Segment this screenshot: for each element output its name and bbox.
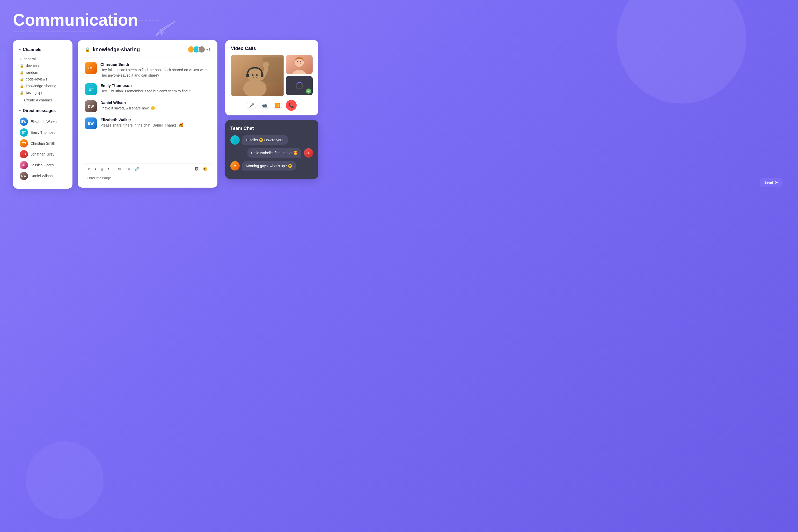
video-controls: 🎤 📹 📶 📞 — [231, 100, 313, 111]
channel-name-dev-chat: dev-chat — [26, 64, 40, 68]
svg-point-10 — [256, 74, 258, 76]
tc-bubble-3: Morning guys, what's up? 😊 — [242, 161, 296, 171]
msg-content-christian-smith: Christian Smith Hey folks. I can't seem … — [100, 62, 210, 78]
msg-content-emily-thompson: Emily Thompson Hey, Christian. I remembe… — [100, 83, 210, 94]
tc-message-3: M Morning guys, what's up? 😊 — [230, 161, 313, 171]
video-side-panel: M — [286, 55, 313, 96]
channel-code-reviews[interactable]: 🔒 code-reviews — [19, 76, 67, 82]
tc-message-1: I Hi folks 🙂 How're you? — [230, 135, 313, 145]
video-main-placeholder — [231, 55, 284, 96]
msg-avatar-elizabeth-walker: EW — [85, 117, 97, 129]
msg-avatar-daniel-wilson: DW — [85, 100, 97, 112]
channel-dev-chat[interactable]: 🔒 dev-chat — [19, 62, 67, 69]
avatar-christian-smith: CS — [20, 139, 28, 148]
input-field-row: Send ➤ — [87, 176, 208, 180]
tc-avatar-1: I — [230, 135, 240, 145]
channel-name-knowledge-sharing: knowledge-sharing — [26, 84, 56, 88]
italic-button[interactable]: I — [94, 166, 97, 172]
lock-icon-2: 🔒 — [20, 71, 24, 75]
bold-button[interactable]: B — [87, 166, 91, 172]
msg-name-elizabeth-walker: Elizabeth Walker — [100, 117, 210, 122]
msg-text-daniel-wilson: I have it saved, will share now! 😁 — [100, 106, 210, 111]
channels-header: ▼ Channels — [19, 48, 67, 52]
team-chat-panel: Team Chat I Hi folks 🙂 How're you? A Hel… — [225, 120, 318, 179]
svg-marker-2 — [161, 30, 164, 35]
tc-avatar-3: M — [230, 161, 240, 171]
channels-chevron-icon: ▼ — [19, 49, 21, 51]
emoji-button[interactable]: 😊 — [202, 166, 208, 172]
tc-bubble-2: Hello Isabelle, fine thanks 😍 — [247, 148, 301, 157]
image-button[interactable]: 🖼 — [193, 166, 199, 172]
dm-emily-thompson[interactable]: ET Emily Thompson — [19, 127, 67, 138]
svg-point-16 — [297, 61, 298, 62]
underline-button[interactable]: U — [100, 166, 104, 172]
dm-name-emily-thompson: Emily Thompson — [31, 130, 57, 135]
bg-circle-2 — [26, 441, 104, 519]
dm-name-christian-smith: Christian Smith — [31, 141, 55, 146]
dm-jessica-flores[interactable]: JF Jessica Flores — [19, 160, 67, 171]
svg-rect-12 — [261, 74, 263, 77]
svg-point-8 — [263, 62, 269, 68]
mute-button[interactable]: 🎤 — [247, 101, 256, 110]
page-background: Communication ▼ Channels # general 🔒 dev… — [0, 0, 798, 532]
chat-input-area: B I U S •≡ 1≡ 🔗 🖼 😊 — [78, 160, 218, 188]
svg-point-7 — [248, 68, 262, 83]
member-count: +4 — [206, 48, 210, 52]
hash-icon: # — [20, 57, 21, 61]
message-elizabeth-walker: EW Elizabeth Walker Please share it here… — [85, 117, 210, 129]
plus-icon: + — [20, 98, 22, 102]
numbered-list-button[interactable]: 1≡ — [125, 166, 131, 172]
msg-name-emily-thompson: Emily Thompson — [100, 83, 210, 88]
right-panels: Video Calls — [225, 40, 318, 179]
chat-channel-name: knowledge-sharing — [93, 46, 140, 53]
create-channel-label: Create a channel — [24, 98, 52, 102]
chat-messages: CS Christian Smith Hey folks. I can't se… — [78, 57, 218, 160]
channel-random[interactable]: 🔒 random — [19, 69, 67, 76]
channel-name-general: general — [23, 57, 36, 61]
message-christian-smith: CS Christian Smith Hey folks. I can't se… — [85, 62, 210, 78]
avatar-emily-thompson: ET — [20, 128, 28, 137]
channel-testing-qa[interactable]: 🔒 testing-qa — [19, 89, 67, 96]
lock-icon-5: 🔒 — [20, 91, 24, 95]
main-layout: ▼ Channels # general 🔒 dev-chat 🔒 random… — [13, 40, 785, 189]
formatting-toolbar: B I U S •≡ 1≡ 🔗 🖼 😊 — [87, 166, 208, 174]
msg-name-christian-smith: Christian Smith — [100, 62, 210, 66]
end-call-button[interactable]: 📞 — [286, 100, 297, 111]
dm-daniel-wilson[interactable]: DW Daniel Wilson — [19, 171, 67, 182]
avatar-jonathan-grey: JG — [20, 150, 28, 158]
chat-panel: 🔒 knowledge-sharing +4 CS Christian Smit… — [78, 40, 218, 188]
video-grid: M — [231, 55, 313, 96]
avatar-jessica-flores: JF — [20, 161, 28, 169]
chat-channel-name-group: 🔒 knowledge-sharing — [85, 46, 140, 53]
dm-christian-smith[interactable]: CS Christian Smith — [19, 138, 67, 149]
bullet-list-button[interactable]: •≡ — [117, 166, 122, 172]
strikethrough-button[interactable]: S — [107, 166, 111, 172]
lock-icon-4: 🔒 — [20, 84, 24, 88]
avatar-daniel-wilson: DW — [20, 172, 28, 180]
video-calls-panel: Video Calls — [225, 40, 318, 115]
lock-icon-1: 🔒 — [20, 64, 24, 68]
message-input[interactable] — [87, 176, 208, 180]
dm-elizabeth-walker[interactable]: EW Elizabeth Walker — [19, 116, 67, 127]
dm-label: Direct messages — [23, 109, 56, 113]
create-channel-btn[interactable]: + Create a channel — [19, 96, 67, 104]
channel-knowledge-sharing[interactable]: 🔒 knowledge-sharing — [19, 82, 67, 89]
msg-text-christian-smith: Hey folks. I can't seem to find the book… — [100, 67, 210, 78]
signal-button[interactable]: 📶 — [273, 101, 282, 110]
video-thumb-1 — [286, 55, 313, 74]
link-button[interactable]: 🔗 — [134, 166, 140, 172]
dm-name-jonathan-grey: Jonathan Grey — [31, 152, 54, 156]
channel-general[interactable]: # general — [19, 56, 67, 62]
msg-avatar-christian-smith: CS — [85, 62, 97, 74]
camera-button[interactable]: 📹 — [260, 101, 269, 110]
dm-name-jessica-flores: Jessica Flores — [31, 163, 54, 167]
dm-name-elizabeth-walker: Elizabeth Walker — [31, 119, 58, 124]
video-main-stream — [231, 55, 284, 96]
msg-content-daniel-wilson: Daniel Wilson I have it saved, will shar… — [100, 100, 210, 111]
dm-name-daniel-wilson: Daniel Wilson — [31, 174, 53, 178]
msg-content-elizabeth-walker: Elizabeth Walker Please share it here in… — [100, 117, 210, 128]
message-daniel-wilson: DW Daniel Wilson I have it saved, will s… — [85, 100, 210, 112]
video-loading-spinner — [296, 82, 303, 89]
dm-jonathan-grey[interactable]: JG Jonathan Grey — [19, 149, 67, 160]
team-chat-title: Team Chat — [230, 126, 313, 131]
